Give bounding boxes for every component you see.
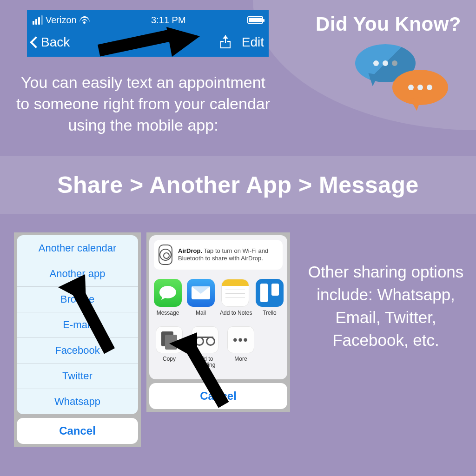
did-you-know-title: Did You Know?	[316, 13, 461, 35]
menu-item[interactable]: Whatsapp	[17, 389, 138, 414]
share-app-notes[interactable]: Add to Notes	[220, 279, 251, 316]
svg-marker-3	[58, 274, 86, 302]
airdrop-text: AirDrop. Tap to turn on Wi-Fi and Blueto…	[178, 247, 278, 263]
notes-icon	[221, 279, 249, 307]
menu-item[interactable]: Twitter	[17, 363, 138, 389]
carrier-label: Verizon	[46, 15, 77, 26]
app-label: Mail	[187, 310, 215, 316]
wifi-icon	[79, 16, 90, 24]
share-app-trello[interactable]: Trello	[256, 279, 284, 316]
app-label: Add to Notes	[220, 310, 251, 316]
edit-button[interactable]: Edit	[242, 35, 264, 50]
menu-item[interactable]: Another calendar	[17, 235, 138, 261]
svg-marker-5	[169, 332, 197, 359]
speech-bubbles-icon	[355, 44, 457, 119]
share-app-message[interactable]: Message	[154, 279, 182, 316]
annotation-arrow-icon	[163, 332, 242, 416]
mail-icon	[187, 279, 215, 307]
annotation-arrow-icon	[98, 27, 200, 60]
back-label: Back	[41, 35, 70, 50]
app-label: Trello	[256, 310, 284, 316]
intro-text: You can easily text an appointment to so…	[13, 72, 273, 136]
share-icon[interactable]	[219, 36, 231, 48]
cell-signal-icon	[33, 15, 43, 25]
breadcrumb-text: Share > Another App > Message	[57, 172, 419, 198]
trello-icon	[256, 279, 284, 307]
time-label: 3:11 PM	[151, 15, 185, 26]
app-label: Message	[154, 310, 182, 316]
battery-icon	[247, 16, 263, 24]
airdrop-icon	[159, 245, 172, 265]
annotation-arrow-icon	[49, 274, 123, 363]
share-app-mail[interactable]: Mail	[187, 279, 215, 316]
corner-panel: Did You Know?	[253, 0, 476, 130]
airdrop-row[interactable]: AirDrop. Tap to turn on Wi-Fi and Blueto…	[154, 240, 283, 270]
share-sheet-screenshot: AirDrop. Tap to turn on Wi-Fi and Blueto…	[146, 232, 290, 412]
message-icon	[154, 279, 182, 307]
chevron-left-icon	[30, 36, 41, 48]
back-button[interactable]: Back	[32, 35, 70, 50]
cancel-button[interactable]: Cancel	[17, 418, 138, 444]
other-options-text: Other sharing options include: Whatsapp,…	[307, 260, 465, 351]
share-menu-screenshot: Another calendar Another app Browse E-ma…	[14, 232, 141, 447]
breadcrumb-bar: Share > Another App > Message	[0, 156, 476, 214]
svg-marker-1	[166, 27, 200, 57]
svg-rect-0	[98, 29, 173, 57]
